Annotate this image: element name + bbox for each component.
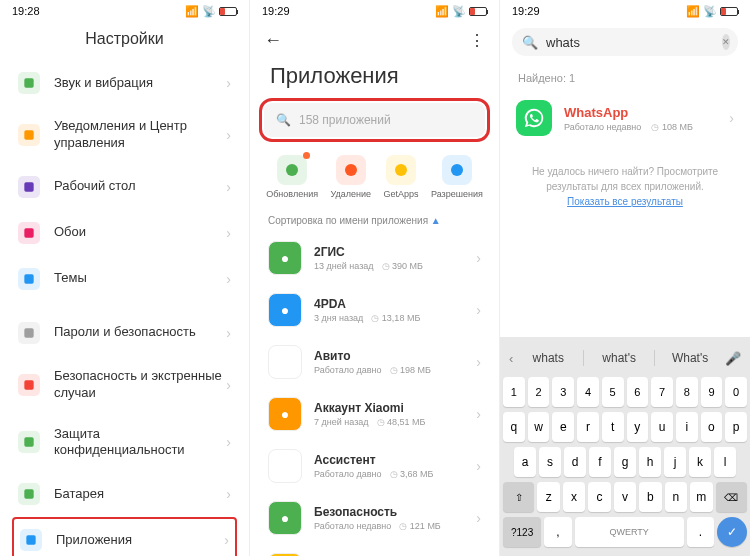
page-title: Настройки xyxy=(0,22,249,60)
key[interactable]: t xyxy=(602,412,624,442)
key[interactable]: a xyxy=(514,447,536,477)
key[interactable]: 5 xyxy=(602,377,624,407)
key[interactable]: 1 xyxy=(503,377,525,407)
key[interactable]: j xyxy=(664,447,686,477)
sort-label[interactable]: Сортировка по имени приложения ▲ xyxy=(250,209,499,232)
settings-label: Защита конфиденциальности xyxy=(54,426,226,460)
signal-icon: 📶 xyxy=(185,5,199,18)
app-item[interactable]: ●4PDA3 дня назад◷ 13,18 МБ› xyxy=(256,284,493,336)
app-icon: ● xyxy=(268,397,302,431)
key[interactable]: l xyxy=(714,447,736,477)
settings-item[interactable]: Батарея› xyxy=(4,471,245,517)
enter-key[interactable]: ✓ xyxy=(717,517,747,547)
key[interactable]: 3 xyxy=(552,377,574,407)
key[interactable]: f xyxy=(589,447,611,477)
key[interactable]: m xyxy=(690,482,712,512)
settings-item[interactable]: Защита конфиденциальности› xyxy=(4,414,245,472)
key[interactable]: n xyxy=(665,482,687,512)
backspace-key[interactable]: ⌫ xyxy=(716,482,747,512)
key[interactable]: r xyxy=(577,412,599,442)
status-bar: 19:29 📶 📡 xyxy=(500,0,750,22)
key[interactable]: 0 xyxy=(725,377,747,407)
key[interactable]: k xyxy=(689,447,711,477)
symbols-key[interactable]: ?123 xyxy=(503,517,541,547)
key[interactable]: q xyxy=(503,412,525,442)
expand-icon[interactable]: ‹ xyxy=(509,351,513,366)
action-item[interactable]: GetApps xyxy=(383,155,418,199)
search-input[interactable]: 🔍 158 приложений xyxy=(264,103,485,137)
search-result[interactable]: WhatsApp Работало недавно ◷ 108 МБ › xyxy=(500,90,750,146)
key[interactable]: h xyxy=(639,447,661,477)
app-item[interactable]: ●Аккаунт Xiaomi7 дней назад◷ 48,51 МБ› xyxy=(256,388,493,440)
action-icon xyxy=(442,155,472,185)
key[interactable]: o xyxy=(701,412,723,442)
key[interactable]: c xyxy=(588,482,610,512)
menu-button[interactable]: ⋮ xyxy=(469,31,485,50)
wifi-icon: 📡 xyxy=(703,5,717,18)
app-item[interactable]: ●БезопасностьРаботало недавно◷ 121 МБ› xyxy=(256,492,493,544)
back-button[interactable]: ← xyxy=(264,30,282,51)
signal-icon: 📶 xyxy=(686,5,700,18)
action-item[interactable]: Разрешения xyxy=(431,155,483,199)
key[interactable]: 7 xyxy=(651,377,673,407)
key[interactable]: z xyxy=(537,482,559,512)
settings-item[interactable]: Звук и вибрация› xyxy=(4,60,245,106)
search-input[interactable] xyxy=(546,35,714,50)
settings-item[interactable]: Безопасность и экстренные случаи› xyxy=(4,356,245,414)
key[interactable]: g xyxy=(614,447,636,477)
app-item[interactable]: ●АвитоРаботало давно◷ 198 МБ› xyxy=(256,336,493,388)
app-item[interactable]: ●АссистентРаботало давно◷ 3,68 МБ› xyxy=(256,440,493,492)
shield-icon xyxy=(18,322,40,344)
search-bar[interactable]: 🔍 ✕ xyxy=(512,28,738,56)
app-icon: ● xyxy=(268,241,302,275)
key[interactable]: d xyxy=(564,447,586,477)
theme-icon xyxy=(18,268,40,290)
mic-icon[interactable]: 🎤 xyxy=(725,351,741,366)
chevron-right-icon: › xyxy=(476,354,481,370)
settings-item[interactable]: Рабочий стол› xyxy=(4,164,245,210)
key[interactable]: w xyxy=(528,412,550,442)
key[interactable]: b xyxy=(639,482,661,512)
key[interactable]: v xyxy=(614,482,636,512)
apps-screen: 19:29 📶 📡 ← ⋮ Приложения 🔍 158 приложени… xyxy=(250,0,500,556)
svg-rect-7 xyxy=(24,438,33,447)
key[interactable]: i xyxy=(676,412,698,442)
key[interactable]: 8 xyxy=(676,377,698,407)
comma-key[interactable]: , xyxy=(544,517,571,547)
suggestion[interactable]: what's xyxy=(588,347,650,369)
clear-button[interactable]: ✕ xyxy=(722,34,730,50)
app-name: 4PDA xyxy=(314,297,464,311)
status-time: 19:29 xyxy=(512,5,540,17)
key[interactable]: e xyxy=(552,412,574,442)
suggestion[interactable]: whats xyxy=(517,347,579,369)
bell-icon xyxy=(18,124,40,146)
settings-item[interactable]: Обои› xyxy=(4,210,245,256)
status-bar: 19:28 📶 📡 xyxy=(0,0,249,22)
settings-item[interactable]: Приложения› xyxy=(12,517,237,556)
key[interactable]: 6 xyxy=(627,377,649,407)
space-key[interactable]: QWERTY xyxy=(575,517,684,547)
shift-key[interactable]: ⇧ xyxy=(503,482,534,512)
app-name: Аккаунт Xiaomi xyxy=(314,401,464,415)
app-item[interactable]: ●2ГИС13 дней назад◷ 390 МБ› xyxy=(256,232,493,284)
settings-item[interactable]: Пароли и безопасность› xyxy=(4,310,245,356)
app-item[interactable]: ●билайн› xyxy=(256,544,493,556)
period-key[interactable]: . xyxy=(687,517,714,547)
settings-item[interactable]: Уведомления и Центр управления› xyxy=(4,106,245,164)
settings-item[interactable]: Темы› xyxy=(4,256,245,302)
suggestion[interactable]: What's xyxy=(659,347,721,369)
key[interactable]: p xyxy=(725,412,747,442)
show-all-link[interactable]: Показать все результаты xyxy=(520,194,730,209)
action-item[interactable]: Удаление xyxy=(331,155,372,199)
action-item[interactable]: Обновления xyxy=(266,155,318,199)
key[interactable]: y xyxy=(627,412,649,442)
svg-point-14 xyxy=(451,164,463,176)
key[interactable]: 4 xyxy=(577,377,599,407)
key[interactable]: 9 xyxy=(701,377,723,407)
key[interactable]: 2 xyxy=(528,377,550,407)
key[interactable]: x xyxy=(563,482,585,512)
status-time: 19:28 xyxy=(12,5,40,17)
battery-icon xyxy=(469,7,487,16)
key[interactable]: u xyxy=(651,412,673,442)
key[interactable]: s xyxy=(539,447,561,477)
